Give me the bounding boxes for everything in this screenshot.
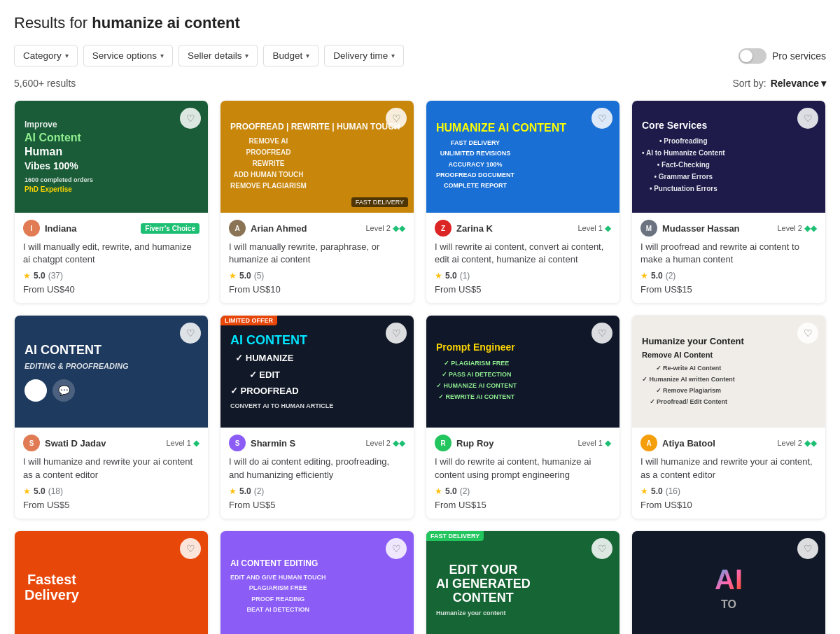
seller-row-1: I Indiana Fiverr's Choice [23,220,200,237]
price-3: From US$5 [435,284,611,295]
budget-filter[interactable]: Budget ▾ [263,45,318,66]
price-5: From US$5 [23,500,200,510]
service-options-filter[interactable]: Service options ▾ [83,45,173,66]
seller-row-2: A Arian Ahmed Level 2 ◆◆ [229,220,405,237]
price-8: From US$10 [640,500,817,510]
category-filter[interactable]: Category ▾ [14,45,78,66]
card-title-3: I will rewrite ai content, convert ai co… [435,241,611,266]
rating-count-5: (18) [48,486,63,496]
seller-avatar-6: S [229,435,246,451]
rating-score-4: 5.0 [651,271,663,281]
card-body-7: R Rup Roy Level 1 ◆ I will do rewrite ai… [426,428,620,518]
card-8[interactable]: Humanize your Content Remove AI Content … [631,315,826,519]
seller-name-8: Atiya Batool [662,438,772,449]
chevron-down-icon: ▾ [306,52,309,59]
card-title-7: I will do rewrite ai content, humanize a… [435,456,611,481]
level-badge-5: Level 1 ◆ [166,438,200,448]
seller-details-filter[interactable]: Seller details ▾ [178,45,258,66]
pro-services-switch[interactable] [738,48,766,64]
price-2: From US$10 [229,284,405,295]
price-4: From US$15 [640,284,817,295]
star-icon-4: ★ [640,271,648,281]
seller-avatar-2: A [229,220,246,237]
seller-avatar-3: Z [435,220,451,237]
star-icon-1: ★ [23,271,31,281]
card-4[interactable]: Core Services • Proofreading• AI to Huma… [631,100,826,304]
level-badge-2: Level 2 ◆◆ [365,223,405,233]
seller-row-8: A Atiya Batool Level 2 ◆◆ [640,435,817,451]
delivery-time-filter[interactable]: Delivery time ▾ [324,45,404,66]
price-7: From US$15 [435,500,611,510]
card-image-4: Core Services • Proofreading• AI to Huma… [632,101,825,213]
seller-name-1: Indiana [45,223,136,234]
card-5[interactable]: AI CONTENT EDITING & PROOFREADING ▶ 💬 ♡ … [14,315,209,519]
filters-row: Category ▾ Service options ▾ Seller deta… [14,45,826,66]
rating-row-5: ★ 5.0 (18) [23,486,200,496]
card-title-2: I will manually rewrite, paraphrase, or … [229,241,405,266]
card-image-11: FAST DELIVERY EDIT YOURAI GENERATEDCONTE… [426,531,620,634]
fast-delivery-badge-11: FAST DELIVERY [426,531,484,541]
card-10[interactable]: AI CONTENT EDITING EDIT AND GIVE HUMAN T… [220,530,414,634]
card-title-6: I will do ai content editing, proofreadi… [229,456,405,481]
level-badge-3: Level 1 ◆ [578,223,611,233]
level-badge-7: Level 1 ◆ [578,438,611,448]
card-image-1: Improve AI Content Human Vibes 100% 1600… [15,101,208,213]
rating-count-8: (16) [666,486,680,496]
rating-score-2: 5.0 [239,271,251,281]
sort-value-button[interactable]: Relevance ▾ [771,78,826,89]
rating-count-3: (1) [460,271,470,281]
rating-row-4: ★ 5.0 (2) [640,271,817,281]
wishlist-button-1[interactable]: ♡ [180,108,201,129]
wishlist-button-11[interactable]: ♡ [592,538,612,559]
card-body-3: Z Zarina K Level 1 ◆ I will rewrite ai c… [426,213,620,303]
card-title-1: I will manually edit, rewrite, and human… [23,241,200,266]
star-icon-6: ★ [229,486,237,496]
wishlist-button-9[interactable]: ♡ [180,538,201,559]
card-2[interactable]: PROOFREAD | REWRITE | HUMAN TOUCH REMOVE… [220,100,414,304]
results-count: 5,600+ results [14,78,76,89]
rating-score-6: 5.0 [239,486,251,496]
card-title-5: I will humanize and rewrite your ai cont… [23,456,200,481]
wishlist-button-12[interactable]: ♡ [797,538,818,559]
card-image-7: Prompt Engineer ✓ PLAGIARISM FREE✓ PASS … [426,316,620,428]
seller-avatar-5: S [23,435,40,451]
wishlist-button-10[interactable]: ♡ [386,538,407,559]
seller-name-3: Zarina K [456,223,573,234]
card-body-1: I Indiana Fiverr's Choice I will manuall… [15,213,208,303]
card-body-5: S Swati D Jadav Level 1 ◆ I will humaniz… [15,428,208,518]
card-image-3: HUMANIZE AI CONTENT FAST DELIVERYUNLIMIT… [426,101,620,213]
star-icon-3: ★ [435,271,442,281]
rating-row-3: ★ 5.0 (1) [435,271,611,281]
seller-name-2: Arian Ahmed [251,223,360,234]
search-header: Results for humanize ai content [14,14,826,32]
card-image-6: LIMITED OFFER AI CONTENT ✓ HUMANIZE✓ EDI… [220,316,414,428]
card-9[interactable]: FastestDelivery ♡ [14,530,209,634]
wishlist-button-3[interactable]: ♡ [592,108,612,129]
rating-row-8: ★ 5.0 (16) [640,486,817,496]
rating-row-6: ★ 5.0 (2) [229,486,405,496]
card-6[interactable]: LIMITED OFFER AI CONTENT ✓ HUMANIZE✓ EDI… [220,315,414,519]
sort-by: Sort by: Relevance ▾ [732,78,826,89]
wishlist-button-4[interactable]: ♡ [797,108,818,129]
seller-name-4: Mudasser Hassan [662,223,772,234]
page-title: Results for humanize ai content [14,14,826,32]
rating-score-3: 5.0 [445,271,457,281]
seller-name-5: Swati D Jadav [45,438,161,449]
card-11[interactable]: FAST DELIVERY EDIT YOURAI GENERATEDCONTE… [426,530,620,634]
card-7[interactable]: Prompt Engineer ✓ PLAGIARISM FREE✓ PASS … [426,315,620,519]
card-12[interactable]: AI TO ♡ [631,530,826,634]
seller-avatar-7: R [435,435,451,451]
star-icon-2: ★ [229,271,237,281]
card-1[interactable]: Improve AI Content Human Vibes 100% 1600… [14,100,209,304]
rating-score-8: 5.0 [651,486,663,496]
seller-avatar-8: A [640,435,657,451]
limited-offer-badge-6: LIMITED OFFER [220,316,277,325]
wishlist-button-2[interactable]: ♡ [386,108,407,129]
rating-count-4: (2) [666,271,676,281]
card-3[interactable]: HUMANIZE AI CONTENT FAST DELIVERYUNLIMIT… [426,100,620,304]
pro-services-toggle[interactable]: Pro services [738,48,826,64]
seller-avatar-4: M [640,220,657,237]
level-badge-8: Level 2 ◆◆ [777,438,817,448]
fast-badge-2: FAST DELIVERY [351,197,408,207]
seller-row-4: M Mudasser Hassan Level 2 ◆◆ [640,220,817,237]
